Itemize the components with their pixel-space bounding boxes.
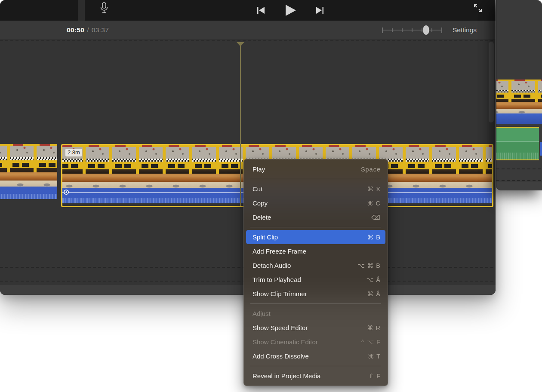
- menu-item-trim-to-playhead[interactable]: Trim to Playhead ⌥ Å: [246, 273, 385, 287]
- lane-guide: [496, 180, 542, 181]
- timeline-bottom-bar: [496, 182, 542, 190]
- skip-to-start-button[interactable]: [256, 6, 265, 15]
- toolbar: [0, 0, 496, 21]
- video-thumbnails: [0, 144, 57, 187]
- skip-to-end-button[interactable]: [315, 6, 324, 15]
- playhead-handle-icon: [237, 42, 244, 46]
- menu-item-label: Detach Audio: [253, 262, 291, 269]
- voiceover-record-button[interactable]: [99, 2, 110, 15]
- menu-item-split-clip[interactable]: Split Clip ⌘ B: [246, 230, 385, 244]
- menu-item-label: Add Freeze Frame: [253, 248, 306, 255]
- settings-button[interactable]: Settings: [450, 21, 479, 40]
- menu-item-label: Split Clip: [253, 233, 278, 241]
- slider-tick: [392, 28, 393, 32]
- music-clip-selected[interactable]: [496, 127, 539, 160]
- slider-ticks: [382, 25, 442, 35]
- clip-context-menu: Play Space Cut ⌘ X Copy ⌘ C Delete ⌫ Spl…: [243, 159, 388, 386]
- menu-item-shortcut: ⌘ Å: [367, 291, 381, 297]
- menu-item-shortcut: Space: [361, 166, 381, 173]
- menu-separator: [250, 227, 381, 227]
- slider-tick: [441, 28, 442, 33]
- menu-item-shortcut: ⌘ C: [367, 200, 381, 207]
- play-icon: [284, 4, 297, 17]
- menu-item-label: Reveal in Project Media: [253, 372, 320, 380]
- menu-item-shortcut: ⌥ Å: [366, 276, 381, 283]
- menu-item-delete[interactable]: Delete ⌫: [246, 210, 385, 224]
- playhead[interactable]: [240, 42, 241, 206]
- audio-waveform[interactable]: [496, 113, 542, 124]
- timeline-zoom-slider[interactable]: [382, 25, 442, 35]
- menu-item-label: Cut: [253, 185, 262, 193]
- menu-item-shortcut: ⇧ F: [369, 373, 381, 380]
- menu-item-show-clip-trimmer[interactable]: Show Clip Trimmer ⌘ Å: [246, 287, 385, 301]
- menu-item-shortcut: ⌘ X: [367, 186, 381, 193]
- menu-item-label: Show Cinematic Editor: [253, 338, 318, 346]
- clip-duration-badge: 2.8m: [65, 149, 82, 156]
- time-display: 00:50 / 03:37: [67, 21, 109, 40]
- menu-item-copy[interactable]: Copy ⌘ C: [246, 196, 385, 210]
- volume-handle[interactable]: [64, 190, 69, 195]
- expand-fullscreen-icon: [472, 3, 483, 14]
- fullscreen-button[interactable]: [472, 3, 483, 14]
- microphone-icon: [99, 2, 110, 15]
- menu-item-add-freeze-frame[interactable]: Add Freeze Frame: [246, 244, 385, 258]
- menu-item-label: Add Cross Dissolve: [253, 352, 309, 360]
- pane-divider: [78, 0, 85, 21]
- time-separator: /: [87, 26, 89, 34]
- menu-item-shortcut: ⌫: [371, 214, 381, 221]
- transport-controls: [256, 0, 324, 21]
- menu-item-label: Copy: [253, 199, 268, 207]
- play-button[interactable]: [284, 4, 297, 17]
- menu-item-show-speed-editor[interactable]: Show Speed Editor ⌘ R: [246, 321, 385, 335]
- menu-item-label: Adjust: [253, 310, 271, 317]
- menu-item-show-cinematic-editor: Show Cinematic Editor ^ ⌥ F: [246, 335, 385, 349]
- lane-guide: [496, 168, 542, 169]
- timeline-clip-video[interactable]: [496, 80, 542, 113]
- menu-separator: [250, 179, 381, 179]
- audio-clip-fragment: [540, 142, 542, 156]
- menu-item-shortcut: ⌘ B: [367, 234, 381, 241]
- menu-item-label: Show Speed Editor: [253, 324, 308, 331]
- total-time: 03:37: [92, 26, 109, 34]
- menu-item-label: Trim to Playhead: [253, 276, 301, 283]
- menu-item-detach-audio[interactable]: Detach Audio ⌥ ⌘ B: [246, 258, 385, 273]
- slider-tick: [422, 28, 422, 32]
- menu-item-shortcut: ^ ⌥ F: [361, 339, 381, 346]
- timeline-header: 00:50 / 03:37 Settings: [0, 21, 496, 40]
- menu-item-shortcut: ⌘ T: [368, 353, 381, 360]
- menu-item-adjust: Adjust: [246, 306, 385, 321]
- audio-waveform: [0, 187, 57, 199]
- menu-item-label: Show Clip Trimmer: [253, 290, 307, 297]
- menu-item-label: Play: [253, 165, 265, 173]
- lane-guide: [0, 40, 496, 41]
- page-background: 00:50 / 03:37 Settings: [0, 0, 542, 392]
- slider-thumb[interactable]: [423, 25, 429, 35]
- slider-tick: [412, 28, 413, 32]
- menu-item-reveal-in-project-media[interactable]: Reveal in Project Media ⇧ F: [246, 369, 385, 383]
- skip-forward-icon: [315, 6, 324, 15]
- menu-item-add-cross-dissolve[interactable]: Add Cross Dissolve ⌘ T: [246, 349, 385, 363]
- slider-tick: [382, 28, 383, 33]
- menu-separator: [250, 366, 381, 366]
- skip-back-icon: [256, 6, 265, 15]
- menu-item-play[interactable]: Play Space: [246, 162, 385, 176]
- slider-tick: [402, 28, 403, 32]
- current-time: 00:50: [67, 26, 84, 34]
- slider-tick: [431, 28, 432, 32]
- timeline-clip-left[interactable]: [0, 144, 57, 199]
- menu-item-label: Delete: [253, 214, 271, 221]
- menu-item-cut[interactable]: Cut ⌘ X: [246, 182, 385, 196]
- secondary-window: [496, 0, 542, 190]
- video-thumbnails: [496, 80, 542, 113]
- menu-item-shortcut: ⌥ ⌘ B: [357, 262, 381, 269]
- menu-separator: [250, 303, 381, 304]
- timeline-scrollbar[interactable]: [489, 42, 494, 122]
- menu-item-shortcut: ⌘ R: [367, 325, 381, 331]
